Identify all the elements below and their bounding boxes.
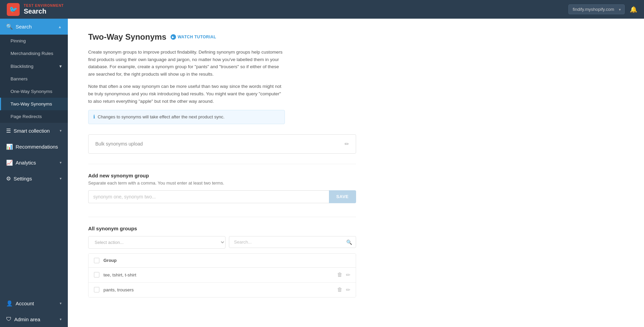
admin-area-chevron-icon: ▾ (60, 317, 62, 322)
sidebar-item-blacklisting[interactable]: Blacklisting ▾ (0, 60, 68, 73)
sidebar-section-admin-area[interactable]: 🛡 Admin area ▾ (0, 311, 68, 327)
sidebar-search-label: Search (16, 24, 58, 30)
analytics-icon: 📈 (6, 159, 13, 166)
sidebar-item-one-way-synonyms[interactable]: One-Way Synonyms (0, 85, 68, 98)
groups-search-wrapper: 🔍 (229, 236, 356, 249)
smart-collection-chevron-icon: ▾ (60, 129, 62, 133)
sidebar-section-account[interactable]: 👤 Account ▾ (0, 295, 68, 311)
table-row: tee, tshirt, t-shirt 🗑 ✏ (89, 268, 356, 283)
synonym-input[interactable] (88, 190, 329, 203)
account-icon: 👤 (6, 300, 13, 307)
section-divider-2 (88, 217, 356, 217)
sidebar-account-label: Account (16, 301, 60, 306)
table-header-row: Group (89, 254, 356, 268)
add-synonym-row: SAVE (88, 190, 356, 203)
groups-section-title: All synonym groups (88, 226, 624, 231)
admin-area-icon: 🛡 (6, 316, 12, 322)
main-content: Two-Way Synonyms ▶ WATCH TUTORIAL Create… (68, 19, 644, 327)
add-section-title: Add new synonym group (88, 173, 624, 178)
synonym-groups-section: All synonym groups Select action... 🔍 Gr… (88, 226, 624, 297)
groups-toolbar: Select action... 🔍 (88, 236, 356, 249)
add-synonym-section: Add new synonym group Separate each term… (88, 173, 624, 203)
sidebar-section-recommendations[interactable]: 📊 Recommendations (0, 139, 68, 155)
account-chevron-icon: ▾ (60, 301, 62, 306)
row-2-edit-icon[interactable]: ✏ (346, 287, 350, 293)
description-1: Create synonym groups to improve product… (88, 49, 285, 78)
description-2: Note that often a one way synonym can be… (88, 83, 285, 105)
page-header: Two-Way Synonyms ▶ WATCH TUTORIAL (88, 32, 624, 42)
row-1-edit-icon[interactable]: ✏ (346, 272, 350, 278)
sidebar-search-subitems: Pinning Merchandising Rules Blacklisting… (0, 35, 68, 123)
app-name: Search (24, 7, 64, 15)
table-header-label: Group (103, 258, 117, 263)
sidebar-bottom: 👤 Account ▾ 🛡 Admin area ▾ (0, 295, 68, 327)
sidebar-item-page-redirects[interactable]: Page Redirects (0, 110, 68, 123)
row-2-delete-icon[interactable]: 🗑 (337, 287, 343, 293)
search-icon: 🔍 (346, 239, 352, 245)
sidebar-section-smart-collection[interactable]: ☰ Smart collection ▾ (0, 123, 68, 139)
topbar-left: 🐦 TEST ENVIRONMENT Search (7, 3, 64, 16)
search-section-chevron-icon: ▲ (58, 25, 62, 29)
topbar-right: findify.myshopify.com 🔔 (568, 4, 637, 14)
row-1-delete-icon[interactable]: 🗑 (337, 272, 343, 278)
watch-tutorial-link[interactable]: ▶ WATCH TUTORIAL (171, 34, 216, 40)
bulk-upload-edit-icon[interactable]: ✏ (345, 141, 349, 147)
add-section-subtitle: Separate each term with a comma. You mus… (88, 180, 624, 186)
note-box: ℹ Changes to synonyms will take effect a… (88, 110, 285, 124)
synonym-table: Group tee, tshirt, t-shirt 🗑 ✏ pants, tr… (88, 253, 356, 297)
select-all-checkbox[interactable] (94, 258, 99, 263)
watch-tutorial-label: WATCH TUTORIAL (178, 35, 216, 39)
sidebar-smart-collection-label: Smart collection (14, 128, 60, 134)
sidebar-section-analytics[interactable]: 📈 Analytics ▾ (0, 155, 68, 171)
analytics-chevron-icon: ▾ (60, 160, 62, 165)
store-selector[interactable]: findify.myshopify.com (568, 4, 625, 14)
save-button[interactable]: SAVE (329, 190, 356, 203)
topbar-title-block: TEST ENVIRONMENT Search (24, 4, 64, 15)
sidebar-recommendations-label: Recommendations (16, 144, 62, 150)
topbar: 🐦 TEST ENVIRONMENT Search findify.myshop… (0, 0, 644, 19)
section-divider-1 (88, 164, 356, 164)
play-icon: ▶ (171, 34, 176, 40)
note-text: Changes to synonyms will take effect aft… (98, 114, 225, 120)
bulk-upload-box: Bulk synonyms upload ✏ (88, 134, 356, 154)
smart-collection-icon: ☰ (6, 128, 11, 134)
page-title: Two-Way Synonyms (88, 32, 167, 42)
groups-search-input[interactable] (229, 236, 356, 248)
row-1-terms: tee, tshirt, t-shirt (103, 272, 333, 277)
blacklisting-chevron-icon: ▾ (59, 63, 62, 69)
action-select[interactable]: Select action... (88, 236, 226, 249)
search-section-icon: 🔍 (6, 23, 13, 30)
sidebar-item-merchandising-rules[interactable]: Merchandising Rules (0, 47, 68, 60)
row-2-checkbox[interactable] (94, 287, 99, 292)
sidebar-item-banners[interactable]: Banners (0, 73, 68, 85)
row-2-actions: 🗑 ✏ (337, 287, 350, 293)
sidebar-settings-label: Settings (14, 176, 60, 181)
row-2-terms: pants, trousers (103, 287, 333, 292)
notification-bell-icon[interactable]: 🔔 (630, 6, 637, 13)
recommendations-icon: 📊 (6, 143, 13, 150)
settings-icon: ⚙ (6, 175, 11, 182)
env-label: TEST ENVIRONMENT (24, 4, 64, 7)
sidebar-item-pinning[interactable]: Pinning (0, 35, 68, 47)
sidebar: 🔍 Search ▲ Pinning Merchandising Rules B… (0, 19, 68, 327)
row-1-checkbox[interactable] (94, 272, 99, 277)
settings-chevron-icon: ▾ (60, 176, 62, 181)
info-icon: ℹ (93, 114, 95, 119)
app-body: 🔍 Search ▲ Pinning Merchandising Rules B… (0, 19, 644, 327)
bulk-upload-label: Bulk synonyms upload (95, 141, 143, 147)
table-row: pants, trousers 🗑 ✏ (89, 283, 356, 297)
sidebar-admin-area-label: Admin area (14, 316, 60, 322)
sidebar-section-settings[interactable]: ⚙ Settings ▾ (0, 171, 68, 187)
sidebar-section-search[interactable]: 🔍 Search ▲ (0, 19, 68, 35)
row-1-actions: 🗑 ✏ (337, 272, 350, 278)
sidebar-item-two-way-synonyms[interactable]: Two-Way Synonyms (0, 98, 68, 110)
logo-icon: 🐦 (7, 3, 20, 16)
sidebar-analytics-label: Analytics (16, 160, 60, 166)
